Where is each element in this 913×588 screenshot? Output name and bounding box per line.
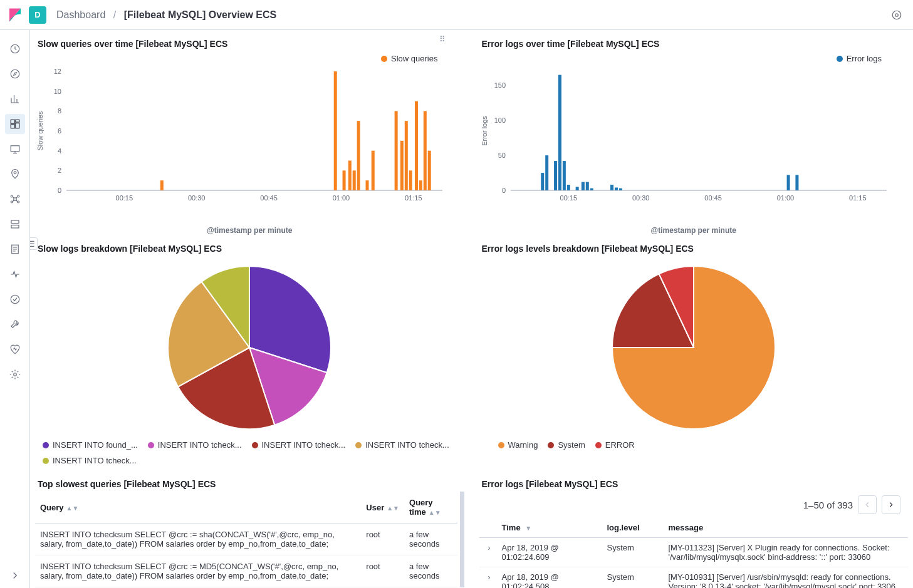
- svg-rect-71: [610, 185, 613, 190]
- legend-label: Slow queries: [391, 54, 437, 63]
- cell-query: INSERT INTO tchecksum SELECT @crc := sha…: [35, 524, 361, 555]
- legend-swatch-icon: [548, 442, 554, 448]
- legend-item[interactable]: INSERT INTO tcheck...: [252, 440, 346, 450]
- svg-rect-43: [400, 141, 404, 190]
- svg-rect-63: [554, 161, 557, 190]
- nav-monitoring-icon[interactable]: [5, 339, 25, 359]
- main: Slow queries over time [Filebeat MySQL] …: [30, 30, 913, 588]
- nav-apm-icon[interactable]: [5, 264, 25, 284]
- svg-text:12: 12: [54, 68, 61, 75]
- panel-legend-toggle-icon[interactable]: ☰: [30, 237, 38, 250]
- svg-rect-16: [11, 225, 19, 229]
- legend-label: INSERT INTO tcheck...: [53, 456, 137, 465]
- expand-icon[interactable]: ›: [482, 572, 497, 582]
- x-axis-label: @timestamp per minute: [479, 226, 909, 235]
- legend-label: INSERT INTO found_...: [53, 440, 138, 450]
- svg-rect-44: [405, 121, 408, 190]
- svg-rect-61: [541, 173, 544, 190]
- panel-error-over-time: Error logs over time [Filebeat MySQL] EC…: [479, 35, 909, 235]
- legend-label: ERROR: [605, 440, 635, 450]
- nav-infra-icon[interactable]: [5, 214, 25, 234]
- legend-label: INSERT INTO tcheck...: [158, 440, 242, 450]
- pager-prev-button[interactable]: [858, 495, 877, 514]
- nav-management-icon[interactable]: [5, 364, 25, 384]
- settings-icon[interactable]: [888, 6, 905, 24]
- log-row[interactable]: › Apr 18, 2019 @ 01:02:24.609 System [MY…: [479, 538, 909, 567]
- legend-item[interactable]: System: [548, 440, 585, 450]
- svg-rect-65: [562, 161, 565, 190]
- legend-label: Warning: [508, 440, 538, 450]
- svg-rect-39: [357, 121, 360, 190]
- cell-time: a few seconds: [404, 555, 457, 587]
- nav-maps-icon[interactable]: [5, 164, 25, 184]
- svg-rect-66: [566, 185, 570, 190]
- column-header-user[interactable]: User▲▼: [361, 492, 404, 524]
- nav-recent-icon[interactable]: [5, 39, 25, 59]
- svg-rect-68: [581, 182, 584, 190]
- nav-logs-icon[interactable]: [5, 239, 25, 259]
- app-badge[interactable]: D: [29, 6, 46, 24]
- svg-text:50: 50: [498, 152, 505, 159]
- table-row[interactable]: INSERT INTO tchecksum SELECT @crc := sha…: [35, 524, 457, 555]
- svg-text:8: 8: [58, 107, 61, 115]
- svg-rect-38: [353, 170, 356, 190]
- svg-point-14: [17, 201, 19, 203]
- svg-text:100: 100: [494, 116, 505, 124]
- legend-item[interactable]: Slow queries: [381, 54, 437, 63]
- svg-rect-35: [334, 71, 337, 190]
- cell-user: root: [361, 555, 404, 587]
- nav-visualize-icon[interactable]: [5, 89, 25, 109]
- column-header-message[interactable]: message: [669, 523, 906, 532]
- breadcrumb-separator: /: [113, 9, 116, 20]
- svg-text:00:45: 00:45: [704, 194, 722, 202]
- legend-item[interactable]: ERROR: [595, 440, 635, 450]
- column-header-level[interactable]: log.level: [607, 523, 664, 532]
- legend: WarningSystemERROR: [498, 440, 901, 450]
- sort-desc-icon: ▼: [525, 525, 531, 532]
- panel-title: Error logs [Filebeat MySQL] ECS: [482, 479, 909, 489]
- nav-devtools-icon[interactable]: [5, 314, 25, 334]
- expand-icon[interactable]: ›: [482, 543, 497, 552]
- pager-text: 1–50 of 393: [803, 500, 853, 510]
- log-row[interactable]: › Apr 18, 2019 @ 01:02:24.508 System [MY…: [479, 567, 909, 588]
- svg-text:6: 6: [58, 127, 61, 135]
- legend-swatch-icon: [43, 442, 49, 448]
- svg-rect-46: [415, 101, 418, 191]
- panel-drag-icon[interactable]: ⠿: [436, 33, 449, 45]
- svg-rect-7: [11, 125, 14, 128]
- svg-rect-36: [343, 170, 346, 190]
- svg-text:0: 0: [58, 187, 61, 194]
- nav-discover-icon[interactable]: [5, 64, 25, 84]
- legend-item[interactable]: Error logs: [837, 54, 882, 63]
- svg-text:10: 10: [54, 88, 61, 95]
- legend-item[interactable]: INSERT INTO found_...: [43, 440, 138, 450]
- legend-swatch-icon: [43, 458, 49, 464]
- legend-label: Error logs: [847, 54, 882, 63]
- table-row[interactable]: INSERT INTO tchecksum SELECT @crc := MD5…: [35, 555, 457, 587]
- pie-slow-breakdown: [155, 260, 343, 435]
- column-header-time[interactable]: Time ▼: [502, 523, 602, 532]
- legend-item[interactable]: INSERT INTO tcheck...: [355, 440, 449, 450]
- column-header-time[interactable]: Query time▲▼: [404, 492, 457, 524]
- nav-canvas-icon[interactable]: [5, 139, 25, 159]
- legend-item[interactable]: INSERT INTO tcheck...: [148, 440, 242, 450]
- pie-error-breakdown: [600, 260, 788, 435]
- cell-message: [MY-011323] [Server] X Plugin ready for …: [669, 543, 906, 562]
- svg-point-12: [17, 195, 19, 197]
- svg-rect-45: [409, 170, 412, 190]
- legend-item[interactable]: INSERT INTO tcheck...: [43, 456, 137, 465]
- column-header-query[interactable]: Query▲▼: [35, 492, 361, 524]
- panel-title: Slow logs breakdown [Filebeat MySQL] ECS: [38, 244, 464, 254]
- pager: 1–50 of 393: [479, 492, 909, 518]
- chart-error-over-time: 050100150Error logs00:1500:3000:4501:000…: [479, 68, 909, 225]
- nav-dashboard-icon[interactable]: [5, 114, 25, 134]
- nav-ml-icon[interactable]: [5, 189, 25, 209]
- svg-rect-15: [11, 220, 19, 224]
- breadcrumb-root[interactable]: Dashboard: [56, 9, 105, 20]
- pager-next-button[interactable]: [882, 495, 900, 514]
- svg-text:01:00: 01:00: [776, 194, 794, 202]
- legend-item[interactable]: Warning: [498, 440, 538, 450]
- nav-collapse-icon[interactable]: [5, 565, 25, 585]
- cell-time: Apr 18, 2019 @ 01:02:24.609: [502, 543, 602, 562]
- nav-uptime-icon[interactable]: [5, 289, 25, 309]
